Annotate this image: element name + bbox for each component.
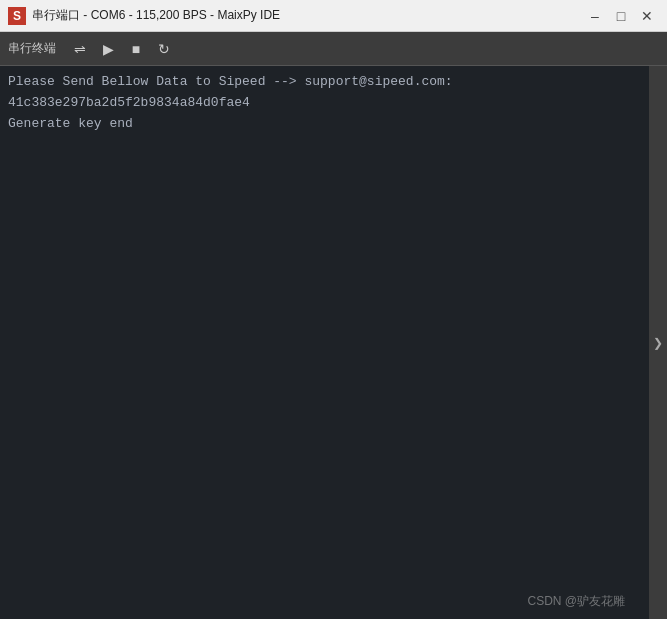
refresh-button[interactable]: ↻ — [152, 37, 176, 61]
toolbar-label: 串行终端 — [8, 40, 56, 57]
toolbar: 串行终端 ⇌ ▶ ■ ↻ — [0, 32, 667, 66]
minimize-button[interactable]: – — [583, 4, 607, 28]
watermark: CSDN @驴友花雕 — [527, 592, 625, 611]
terminal-line: 41c383e297ba2d5f2b9834a84d0fae4 — [8, 93, 641, 114]
title-bar: S 串行端口 - COM6 - 115,200 BPS - MaixPy IDE… — [0, 0, 667, 32]
window-title: 串行端口 - COM6 - 115,200 BPS - MaixPy IDE — [32, 7, 583, 24]
window-controls: – □ ✕ — [583, 4, 659, 28]
right-panel-arrow-icon: ❯ — [653, 336, 663, 350]
app-icon: S — [8, 7, 26, 25]
play-button[interactable]: ▶ — [96, 37, 120, 61]
connect-button[interactable]: ⇌ — [68, 37, 92, 61]
terminal-line: Generate key end — [8, 114, 641, 135]
right-panel-toggle[interactable]: ❯ — [649, 66, 667, 619]
maximize-button[interactable]: □ — [609, 4, 633, 28]
stop-button[interactable]: ■ — [124, 37, 148, 61]
close-button[interactable]: ✕ — [635, 4, 659, 28]
content-area: Please Send Bellow Data to Sipeed --> su… — [0, 66, 667, 619]
terminal-line: Please Send Bellow Data to Sipeed --> su… — [8, 72, 641, 93]
terminal-output[interactable]: Please Send Bellow Data to Sipeed --> su… — [0, 66, 649, 619]
